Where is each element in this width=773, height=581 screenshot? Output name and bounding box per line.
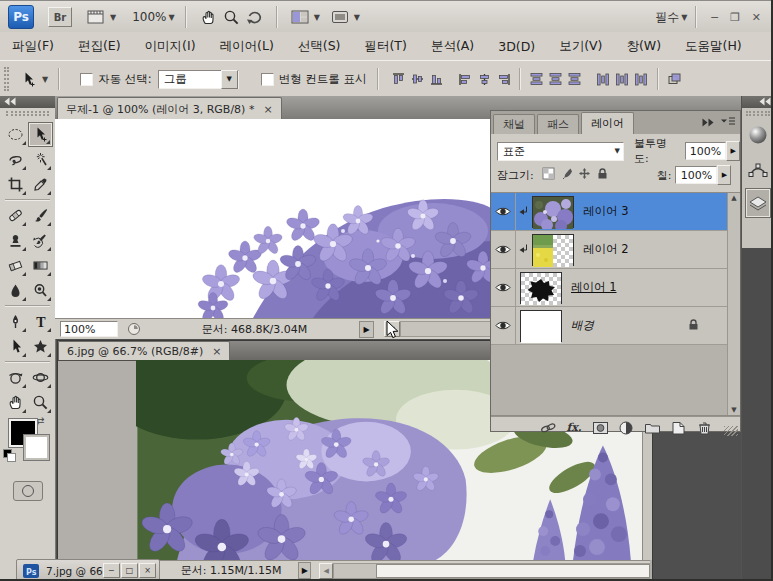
panel-scrollbar[interactable]: ▲ ▼ bbox=[727, 193, 740, 415]
layer-thumbnail[interactable] bbox=[532, 196, 574, 228]
hand-tool[interactable] bbox=[3, 390, 28, 415]
distribute-vertical-centers-button[interactable] bbox=[546, 70, 565, 88]
magic-wand-tool[interactable] bbox=[28, 147, 53, 172]
menu-item-7[interactable]: 3D(D) bbox=[486, 39, 547, 54]
horizontal-scrollbar[interactable] bbox=[333, 563, 650, 579]
add-layer-mask-button[interactable] bbox=[591, 420, 609, 436]
bridge-button[interactable]: Br bbox=[48, 7, 72, 27]
layer-thumbnail[interactable] bbox=[520, 310, 562, 342]
menu-item-1[interactable]: 편집(E) bbox=[66, 38, 133, 55]
drag-grip[interactable] bbox=[6, 111, 49, 116]
align-vertical-centers-button[interactable] bbox=[408, 70, 427, 88]
move-tool[interactable] bbox=[28, 122, 53, 147]
history-brush-tool[interactable] bbox=[28, 228, 53, 253]
status-options-button[interactable]: ▶ bbox=[359, 321, 374, 338]
auto-align-layers-button[interactable] bbox=[665, 70, 684, 88]
layer-name[interactable]: 레이어 2 bbox=[583, 242, 628, 257]
lock-transparency-icon[interactable] bbox=[542, 167, 555, 183]
tab-channels[interactable]: 채널 bbox=[493, 114, 535, 134]
visibility-eye-icon[interactable] bbox=[491, 269, 516, 306]
panel-menu-icon[interactable] bbox=[720, 116, 736, 130]
lock-all-icon[interactable] bbox=[596, 167, 609, 183]
restore-button[interactable]: ❐ bbox=[730, 11, 740, 24]
hand-icon[interactable] bbox=[197, 7, 220, 28]
minimized-window-7jpg[interactable]: Ps 7.jpg @ 66... ─□× bbox=[16, 559, 160, 581]
zoom-percent-field[interactable]: 100% bbox=[60, 321, 118, 337]
blend-mode-dropdown[interactable]: 표준 ▼ bbox=[497, 142, 624, 161]
menu-item-5[interactable]: 필터(T) bbox=[352, 38, 418, 55]
transform-controls-checkbox[interactable] bbox=[261, 73, 274, 86]
layer-name[interactable]: 레이어 1 bbox=[571, 280, 616, 295]
layer-row-2[interactable]: 레이어 1 bbox=[491, 269, 740, 307]
tools-panel-header[interactable] bbox=[0, 96, 55, 108]
scroll-left-button[interactable]: ◀ bbox=[319, 563, 333, 579]
lock-pixels-icon[interactable] bbox=[560, 167, 573, 183]
elliptical-marquee-tool[interactable] bbox=[3, 122, 28, 147]
zoom-level-control[interactable]: 100% bbox=[132, 10, 166, 24]
new-group-button[interactable] bbox=[643, 420, 661, 436]
menu-item-4[interactable]: 선택(S) bbox=[286, 38, 353, 55]
magnifier-icon[interactable] bbox=[220, 7, 243, 28]
healing-brush-tool[interactable] bbox=[3, 203, 28, 228]
expand-dock-icon[interactable] bbox=[759, 96, 771, 109]
menu-item-6[interactable]: 분석(A) bbox=[419, 38, 486, 55]
auto-select-dropdown[interactable]: 그룹 ▼ bbox=[158, 70, 239, 89]
align-right-edges-button[interactable] bbox=[494, 70, 513, 88]
layer-row-0[interactable]: 레이어 3 bbox=[491, 193, 740, 231]
swap-colors-icon[interactable]: ⇄ bbox=[36, 415, 44, 426]
close-button[interactable]: × bbox=[139, 563, 156, 578]
dock-layers-icon[interactable] bbox=[745, 188, 771, 218]
brush-tool[interactable] bbox=[28, 203, 53, 228]
tab-untitled-1[interactable]: 무제-1 @ 100% (레이어 3, RGB/8) * × bbox=[57, 97, 282, 120]
link-layers-button[interactable] bbox=[539, 420, 557, 436]
dock-styles-icon[interactable] bbox=[745, 120, 771, 150]
crop-tool[interactable] bbox=[3, 172, 28, 197]
lock-position-icon[interactable] bbox=[578, 167, 591, 183]
delete-layer-button[interactable] bbox=[695, 420, 713, 436]
distribute-bottom-edges-button[interactable] bbox=[565, 70, 584, 88]
minimize-button[interactable]: ─ bbox=[711, 11, 718, 24]
status-options-button[interactable]: ▶ bbox=[298, 562, 311, 579]
collapse-arrows-icon[interactable] bbox=[4, 96, 16, 109]
tab-layers[interactable]: 레이어 bbox=[581, 112, 634, 134]
path-selection-tool[interactable] bbox=[3, 334, 28, 359]
visibility-eye-icon[interactable] bbox=[491, 307, 516, 344]
3d-rotate-tool[interactable] bbox=[3, 365, 28, 390]
chevron-down-icon[interactable]: ▼ bbox=[221, 70, 238, 89]
align-horizontal-centers-button[interactable] bbox=[475, 70, 494, 88]
maximize-button[interactable]: □ bbox=[121, 563, 138, 578]
opacity-spinner[interactable]: ▶ bbox=[726, 141, 740, 161]
dock-paths-icon[interactable] bbox=[745, 154, 771, 184]
quick-mask-button[interactable] bbox=[13, 481, 43, 501]
fill-field[interactable]: 100% bbox=[675, 166, 717, 184]
custom-shape-tool[interactable] bbox=[28, 334, 53, 359]
layer-thumbnail[interactable] bbox=[532, 234, 574, 266]
menu-item-3[interactable]: 레이어(L) bbox=[208, 38, 286, 55]
view-extras-icon[interactable] bbox=[84, 7, 108, 27]
menu-item-9[interactable]: 창(W) bbox=[614, 38, 673, 55]
scrollbar-thumb[interactable] bbox=[376, 564, 650, 578]
zoom-tool[interactable] bbox=[28, 390, 53, 415]
type-tool[interactable]: T bbox=[28, 309, 53, 334]
visibility-eye-icon[interactable] bbox=[491, 231, 516, 268]
layer-row-3[interactable]: 배경 bbox=[491, 307, 740, 345]
menu-item-0[interactable]: 파일(F) bbox=[0, 38, 66, 55]
close-icon[interactable]: × bbox=[212, 345, 221, 358]
scroll-up-icon[interactable]: ▲ bbox=[728, 194, 740, 202]
distribute-left-edges-button[interactable] bbox=[594, 70, 613, 88]
layer-name[interactable]: 레이어 3 bbox=[583, 204, 628, 219]
distribute-right-edges-button[interactable] bbox=[632, 70, 651, 88]
default-colors-icon[interactable] bbox=[3, 449, 16, 461]
tab-6jpg[interactable]: 6.jpg @ 66.7% (RGB/8#) × bbox=[58, 341, 230, 360]
menu-item-2[interactable]: 이미지(I) bbox=[133, 38, 208, 55]
clone-stamp-tool[interactable] bbox=[3, 228, 28, 253]
menu-item-10[interactable]: 도움말(H) bbox=[673, 38, 754, 55]
dock-header[interactable] bbox=[742, 96, 773, 108]
visibility-eye-icon[interactable] bbox=[491, 193, 516, 230]
layer-row-1[interactable]: 레이어 2 bbox=[491, 231, 740, 269]
distribute-top-edges-button[interactable] bbox=[527, 70, 546, 88]
layer-name[interactable]: 배경 bbox=[571, 318, 594, 333]
drag-grip[interactable] bbox=[746, 111, 770, 116]
resize-grip[interactable] bbox=[724, 426, 738, 436]
eyedropper-tool[interactable] bbox=[28, 172, 53, 197]
